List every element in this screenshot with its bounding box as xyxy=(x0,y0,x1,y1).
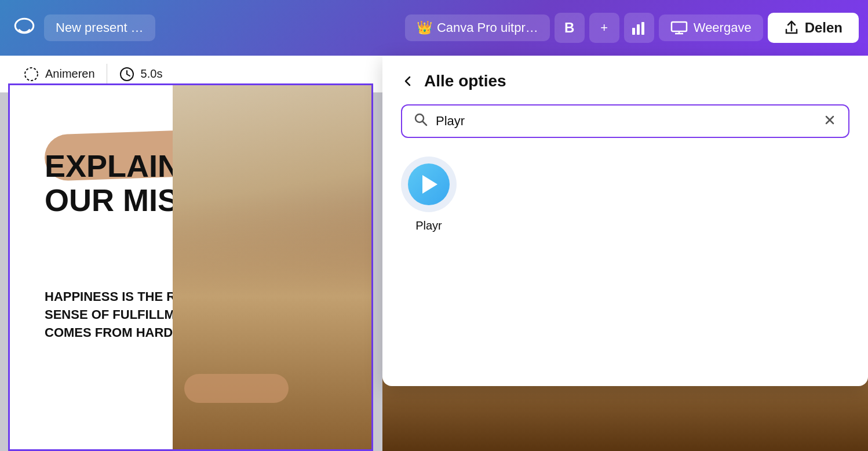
svg-rect-2 xyxy=(637,24,640,35)
back-button[interactable] xyxy=(401,74,415,88)
canvapro-button[interactable]: 👑 Canva Pro uitpr… xyxy=(405,14,550,41)
duration-label: 5.0s xyxy=(141,67,163,81)
weergave-button[interactable]: Weergave xyxy=(659,14,763,41)
delen-button[interactable]: Delen xyxy=(768,13,859,43)
document-title-button[interactable]: New present … xyxy=(44,14,155,41)
navbar: New present … 👑 Canva Pro uitpr… B + Wee… xyxy=(0,0,868,56)
svg-rect-4 xyxy=(672,22,687,31)
playr-icon-circle xyxy=(401,157,457,212)
dropdown-header: Alle opties xyxy=(401,72,849,90)
result-item-playr[interactable]: Playr xyxy=(401,157,457,232)
delen-label: Delen xyxy=(805,20,843,36)
canvapro-label: Canva Pro uitpr… xyxy=(437,20,538,35)
chart-button[interactable] xyxy=(624,13,654,43)
photo-placeholder xyxy=(173,85,371,449)
svg-point-7 xyxy=(25,68,38,81)
dropdown-panel: Alle opties xyxy=(382,56,868,386)
crown-icon: 👑 xyxy=(417,20,432,35)
svg-rect-1 xyxy=(632,28,635,35)
svg-line-10 xyxy=(423,122,427,126)
clear-search-button[interactable] xyxy=(823,113,837,129)
playr-icon xyxy=(408,163,450,205)
canva-logo[interactable] xyxy=(9,13,39,43)
search-box xyxy=(401,104,849,138)
bold-button[interactable]: B xyxy=(555,13,585,43)
slide-frame: EXPLAINING OUR MISSION ❧ HAPPINESS IS TH… xyxy=(8,83,373,451)
svg-rect-3 xyxy=(641,22,644,35)
add-button[interactable]: + xyxy=(589,13,619,43)
playr-label: Playr xyxy=(415,219,442,232)
search-input[interactable] xyxy=(436,114,815,129)
main-area: Animeren 5.0s EXPLAINING OUR MISSION xyxy=(0,56,868,451)
canvas-area: Animeren 5.0s EXPLAINING OUR MISSION xyxy=(0,56,382,451)
slide-inner: EXPLAINING OUR MISSION ❧ HAPPINESS IS TH… xyxy=(10,85,371,449)
svg-point-0 xyxy=(15,19,34,33)
animate-label: Animeren xyxy=(45,67,95,81)
slide-photo xyxy=(173,85,371,449)
weergave-label: Weergave xyxy=(694,20,752,35)
brush-bottom-decoration xyxy=(184,374,289,403)
search-icon xyxy=(414,112,428,130)
play-triangle-icon xyxy=(422,175,437,194)
dropdown-title: Alle opties xyxy=(424,72,506,90)
divider xyxy=(107,64,107,85)
search-results: Playr xyxy=(401,157,849,232)
